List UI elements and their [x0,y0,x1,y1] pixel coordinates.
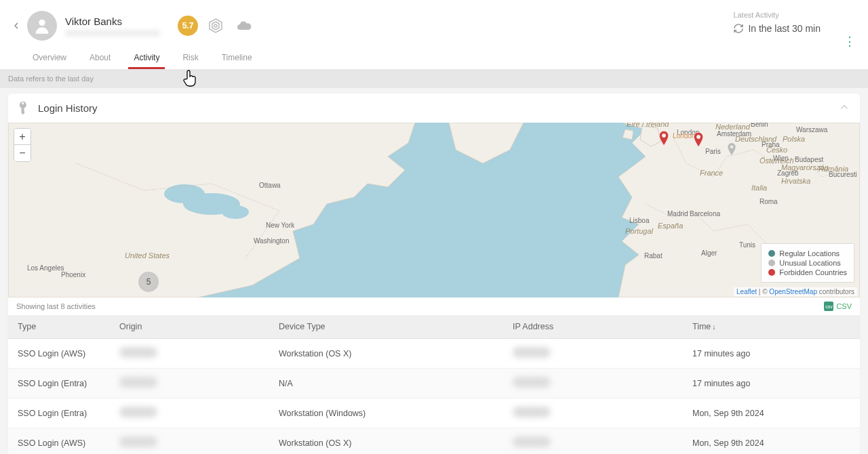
map-city-label: Roma [760,198,778,205]
table-cell: 17 minutes ago [683,339,860,369]
osm-link[interactable]: OpenStreetMap [769,288,817,295]
map-label-london: London [673,132,695,140]
table-cell: Workstation (OS X) [269,428,503,455]
tab-activity[interactable]: Activity [134,53,159,69]
map-city-label: Phoenix [61,271,85,278]
login-history-map[interactable]: OttawaNew YorkWashingtonPhoenixLos Angel… [8,123,860,297]
tab-timeline[interactable]: Timeline [222,53,252,69]
column-header-ip-address[interactable]: IP Address [503,315,683,339]
map-cluster[interactable]: 5 [138,272,159,292]
map-city-label: Ottawa [259,182,281,189]
risk-score-badge: 5.7 [178,16,198,36]
user-name: Viktor Banks [65,16,160,27]
user-subtitle-redacted [65,30,160,37]
table-cell [110,339,269,369]
table-cell: Mon, Sep 9th 2024 [683,428,860,455]
legend-row: Regular Locations [768,249,847,257]
map-country-label: Hrvatska [781,177,810,185]
table-count-label: Showing last 8 activities [16,302,96,310]
map-city-label: Los Angeles [27,264,64,272]
map-zoom-control: + − [14,128,31,162]
redacted-value [119,407,157,417]
map-city-label: Warszawa [796,126,828,133]
refresh-icon [733,23,744,34]
map-city-label: Washington [254,237,289,245]
table-cell [503,428,683,455]
chevron-left-icon [11,20,22,31]
user-avatar [27,11,57,41]
map-legend: Regular LocationsUnusual LocationsForbid… [761,243,854,283]
tab-risk[interactable]: Risk [182,53,198,69]
key-icon [14,98,35,118]
map-city-label: Alger [701,249,717,257]
map-pin-unusual[interactable] [727,143,736,155]
table-row[interactable]: SSO Login (AWS)Workstation (OS X)Mon, Se… [8,428,860,455]
leaflet-link[interactable]: Leaflet [736,288,757,295]
zoom-out-button[interactable]: − [14,145,31,161]
map-pin-forbidden[interactable] [658,131,669,146]
table-cell: SSO Login (Entra) [8,369,110,398]
map-pin-forbidden[interactable] [693,132,704,147]
map-city-label: Barcelona [690,210,720,218]
map-city-label: Budapest [795,156,823,163]
tab-about[interactable]: About [90,53,111,69]
map-country-label: United States [125,251,170,260]
legend-label: Regular Locations [779,249,840,257]
legend-dot-icon [768,250,775,257]
map-city-label: Lisboa [629,217,650,224]
legend-label: Forbidden Countries [779,268,847,276]
map-country-label: Portugal [625,227,654,235]
latest-activity-label: Latest Activity [733,11,821,19]
column-header-origin[interactable]: Origin [110,315,269,339]
svg-marker-2 [212,22,219,30]
column-header-type[interactable]: Type [8,315,110,339]
map-country-label: Éire / Ireland [627,123,669,128]
chevron-up-icon [838,101,850,113]
back-button[interactable] [8,18,24,34]
csv-icon: csv [824,302,833,311]
map-country-label: Deutschland [735,135,777,143]
zoom-in-button[interactable]: + [14,129,31,145]
table-cell [110,369,269,398]
tab-overview[interactable]: Overview [33,53,66,69]
map-city-label: Rabat [644,252,663,260]
map-country-label: Nederland [715,123,751,131]
legend-row: Forbidden Countries [768,268,847,276]
map-country-label: Česko [766,146,787,154]
column-header-device-type[interactable]: Device Type [269,315,503,339]
redacted-value [119,436,157,447]
svg-point-3 [214,24,217,27]
redacted-value [513,436,551,447]
export-csv-button[interactable]: csv CSV [824,302,852,311]
sort-desc-icon: ↓ [712,323,716,331]
table-cell [110,428,269,455]
kubernetes-icon [208,18,224,34]
column-header-time[interactable]: Time↓ [683,315,860,339]
table-cell [503,339,683,369]
svg-marker-1 [210,19,222,33]
svg-point-0 [39,20,45,26]
legend-dot-icon [768,260,775,266]
table-row[interactable]: SSO Login (AWS)Workstation (OS X)17 minu… [8,339,860,369]
redacted-value [513,407,551,417]
map-city-label: Tunis [739,241,755,249]
login-history-table: TypeOriginDevice TypeIP AddressTime↓ SSO… [8,315,860,454]
table-cell: N/A [269,369,503,398]
collapse-button[interactable] [838,101,850,116]
map-attribution: Leaflet | © OpenStreetMap contributors [734,287,857,296]
legend-label: Unusual Locations [779,259,841,267]
redacted-value [119,347,157,358]
map-city-label: Paris [705,148,721,155]
redacted-value [513,347,551,358]
table-row[interactable]: SSO Login (Entra)N/A17 minutes ago [8,369,860,398]
latest-activity-value: In the last 30 min [733,23,821,34]
svg-point-7 [222,205,249,219]
table-cell: SSO Login (AWS) [8,428,110,455]
more-menu-button[interactable]: ⋮ [844,34,856,49]
map-country-label: Italia [751,184,767,192]
map-city-label: Berlin [751,123,768,128]
table-cell: SSO Login (AWS) [8,339,110,369]
table-cell [503,398,683,428]
table-row[interactable]: SSO Login (Entra)Workstation (Windows)Mo… [8,398,860,428]
map-city-label: Madrid [667,210,688,218]
